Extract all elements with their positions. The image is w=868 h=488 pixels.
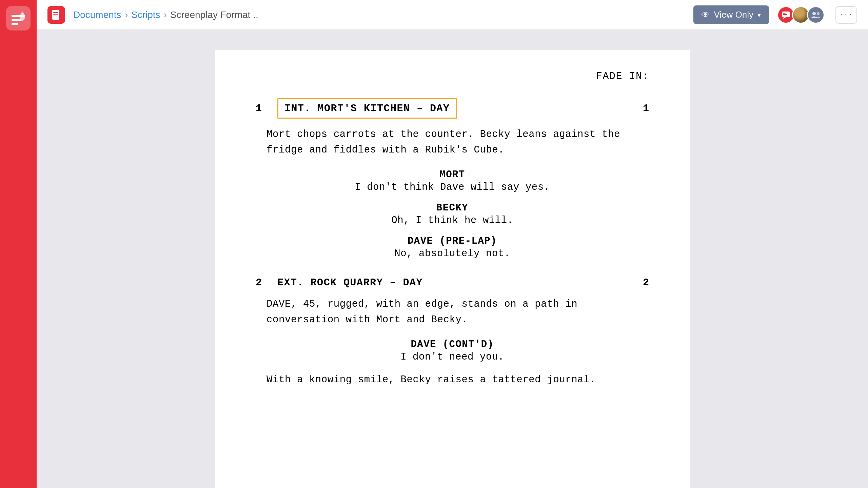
svg-point-10 (812, 12, 816, 15)
header: Documents › Scripts › Screenplay Format … (37, 0, 868, 30)
svg-rect-5 (53, 14, 58, 15)
svg-rect-4 (53, 12, 58, 13)
chevron-down-icon: ▾ (757, 11, 761, 19)
scene-2-number: 2 (256, 277, 267, 288)
svg-rect-9 (783, 14, 787, 15)
breadcrumb-documents[interactable]: Documents (73, 9, 121, 20)
scene-1: 1 INT. MORT'S KITCHEN – DAY 1 Mort chops… (256, 98, 649, 259)
svg-point-11 (817, 12, 820, 15)
scene-2-trailing-action: With a knowing smile, Becky raises a tat… (267, 372, 649, 388)
scene-1-heading: INT. MORT'S KITCHEN – DAY (277, 98, 457, 119)
fade-in-text: FADE IN: (256, 70, 649, 82)
doc-page: FADE IN: 1 INT. MORT'S KITCHEN – DAY 1 M… (215, 50, 690, 488)
scene-1-action: Mort chops carrots at the counter. Becky… (267, 127, 649, 158)
dialogue-mort: MORT I don't think Dave will say yes. (256, 169, 649, 193)
scene-1-number: 1 (256, 103, 267, 114)
header-right: ··· (777, 6, 857, 24)
character-dave-contd: DAVE (CONT'D) (256, 339, 649, 350)
scene-1-number-right: 1 (643, 103, 649, 114)
view-only-label: View Only (714, 9, 753, 20)
breadcrumb: Documents › Scripts › Screenplay Format … (73, 9, 685, 20)
dialogue-dave-contd-line1: I don't need you. (256, 351, 649, 363)
scene-1-header: 1 INT. MORT'S KITCHEN – DAY 1 (256, 98, 649, 119)
dialogue-dave-prelap: DAVE (PRE-LAP) No, absolutely not. (256, 236, 649, 259)
scene-2-heading: EXT. ROCK QUARRY – DAY (277, 277, 423, 288)
svg-rect-1 (12, 19, 22, 21)
scene-2-number-right: 2 (643, 277, 649, 288)
scene-2: 2 EXT. ROCK QUARRY – DAY 2 DAVE, 45, rug… (256, 277, 649, 388)
breadcrumb-sep-2: › (164, 9, 167, 20)
svg-rect-3 (52, 10, 59, 20)
more-options-button[interactable]: ··· (835, 6, 857, 24)
scene-1-header-left: 1 INT. MORT'S KITCHEN – DAY (256, 98, 457, 119)
character-becky: BECKY (256, 202, 649, 214)
dialogue-becky-line1: Oh, I think he will. (256, 215, 649, 226)
dialogue-becky: BECKY Oh, I think he will. (256, 202, 649, 226)
dialogue-dave-contd: DAVE (CONT'D) I don't need you. (256, 339, 649, 363)
document-icon (51, 9, 62, 20)
breadcrumb-scripts[interactable]: Scripts (131, 9, 160, 20)
header-doc-icon (47, 6, 65, 24)
dialogue-mort-line1: I don't think Dave will say yes. (256, 182, 649, 193)
scene-2-action: DAVE, 45, rugged, with an edge, stands o… (267, 297, 649, 328)
eye-icon: 👁 (702, 10, 710, 20)
svg-rect-2 (12, 23, 18, 25)
people-icon (811, 10, 821, 20)
main-area: Documents › Scripts › Screenplay Format … (37, 0, 868, 488)
svg-rect-8 (783, 13, 786, 14)
svg-rect-6 (53, 16, 56, 16)
scene-2-header-left: 2 EXT. ROCK QUARRY – DAY (256, 277, 423, 288)
character-mort: MORT (256, 169, 649, 180)
document-container[interactable]: FADE IN: 1 INT. MORT'S KITCHEN – DAY 1 M… (37, 30, 868, 488)
logo-icon (10, 10, 26, 26)
character-dave-prelap: DAVE (PRE-LAP) (256, 236, 649, 247)
avatar-user3[interactable] (807, 6, 825, 24)
sidebar (0, 0, 37, 488)
avatar-group (777, 6, 825, 24)
sidebar-logo[interactable] (6, 6, 31, 30)
scene-2-header: 2 EXT. ROCK QUARRY – DAY 2 (256, 277, 649, 288)
breadcrumb-sep-1: › (125, 9, 128, 20)
chat-icon (781, 10, 791, 20)
view-only-button[interactable]: 👁 View Only ▾ (693, 5, 769, 24)
dialogue-dave-prelap-line1: No, absolutely not. (256, 248, 649, 259)
breadcrumb-current: Screenplay Format .. (170, 9, 258, 20)
